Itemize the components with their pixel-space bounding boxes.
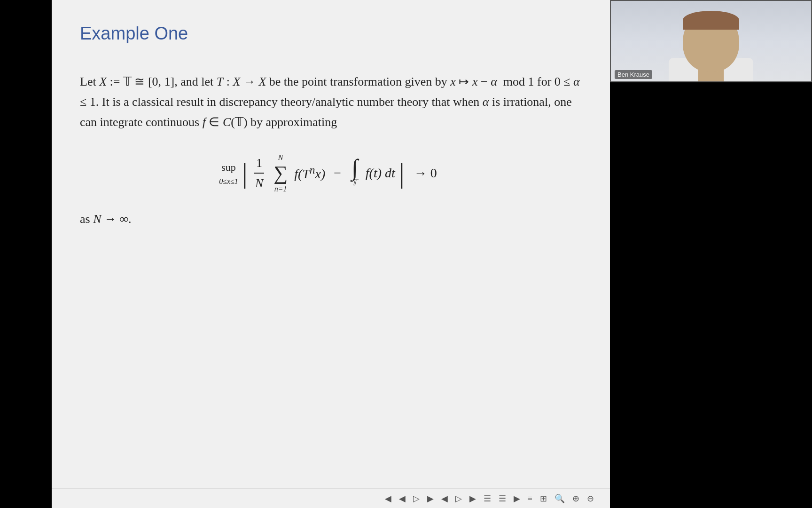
math-X-def: X <box>99 75 107 88</box>
slide-title: Example One <box>80 24 582 44</box>
nav-zoom-in[interactable]: ⊕ <box>570 492 581 505</box>
nav-menu1[interactable]: ☰ <box>482 492 493 505</box>
right-sidebar: Ben Krause <box>610 0 812 508</box>
nav-bar: ◀ ◀ ▷ ▶ ◀ ▷ ▶ ☰ ☰ ▶ ≡ ⊞ 🔍 ⊕ ⊖ <box>52 488 610 508</box>
fraction-1N: 1 N <box>253 153 265 193</box>
video-feed <box>611 1 811 81</box>
slide-body: Let X := 𝕋 ≅ [0, 1], and let T : X → X b… <box>80 72 582 229</box>
nav-prev-start[interactable]: ◀ <box>383 492 393 505</box>
slide-container: Example One Let X := 𝕋 ≅ [0, 1], and let… <box>52 0 610 508</box>
paragraph-text: Let X := 𝕋 ≅ [0, 1], and let T : X → X b… <box>80 72 582 133</box>
abs-left: | <box>242 159 248 187</box>
hair <box>683 11 739 30</box>
nav-left-arrow2[interactable]: ◀ <box>439 492 450 505</box>
abs-right: | <box>399 159 405 187</box>
math-fTnx: f(Tnx) <box>294 161 325 185</box>
nav-zoom-out[interactable]: ⊖ <box>585 492 596 505</box>
sup-block: sup 0≤x≤1 <box>219 159 238 188</box>
video-overlay: Ben Krause <box>610 0 812 82</box>
formula-container: sup 0≤x≤1 | 1 N N ∑ n=1 <box>219 151 443 195</box>
sum-sigma: ∑ <box>273 163 288 183</box>
slide-content: Example One Let X := 𝕋 ≅ [0, 1], and let… <box>52 0 610 488</box>
nav-prev[interactable]: ◀ <box>397 492 407 505</box>
integral-block: ∫ 𝕋 <box>351 157 358 189</box>
minus-sign: − <box>334 163 341 184</box>
nav-grid[interactable]: ⊞ <box>538 492 549 505</box>
nav-menu2[interactable]: ☰ <box>497 492 508 505</box>
frac-num: 1 <box>254 153 264 174</box>
nav-play[interactable]: ▶ <box>512 492 522 505</box>
sup-range: 0≤x≤1 <box>219 175 238 188</box>
arrow-to-zero: → 0 <box>414 163 437 184</box>
nav-right-arrow1[interactable]: ▷ <box>411 492 422 505</box>
word-when: when <box>453 95 479 109</box>
integral-sub: 𝕋 <box>351 176 357 189</box>
integral-symbol: ∫ <box>351 157 358 178</box>
person-silhouette <box>669 6 753 81</box>
conclusion-line: as N → ∞. <box>80 209 582 229</box>
sum-upper: N <box>278 151 283 164</box>
frac-den: N <box>253 174 265 193</box>
formula-block: sup 0≤x≤1 | 1 N N ∑ n=1 <box>80 151 582 195</box>
nav-list[interactable]: ≡ <box>526 492 534 504</box>
sum-lower: n=1 <box>274 183 287 195</box>
math-T-def: T <box>217 75 223 88</box>
sup-label: sup <box>221 159 236 175</box>
nav-search[interactable]: 🔍 <box>553 492 567 505</box>
nav-next[interactable]: ▶ <box>425 492 436 505</box>
math-ft-dt: f(t) dt <box>366 163 395 184</box>
math-N: N <box>93 212 101 226</box>
left-sidebar <box>0 0 52 508</box>
nav-icons: ◀ ◀ ▷ ▶ ◀ ▷ ▶ ☰ ☰ ▶ ≡ ⊞ 🔍 ⊕ ⊖ <box>383 492 596 505</box>
nav-right-arrow2[interactable]: ▷ <box>453 492 464 505</box>
speaker-name-label: Ben Krause <box>615 70 652 79</box>
sum-block: N ∑ n=1 <box>273 151 288 195</box>
math-T-symbol: 𝕋 <box>123 75 132 88</box>
nav-next-end[interactable]: ▶ <box>468 492 478 505</box>
